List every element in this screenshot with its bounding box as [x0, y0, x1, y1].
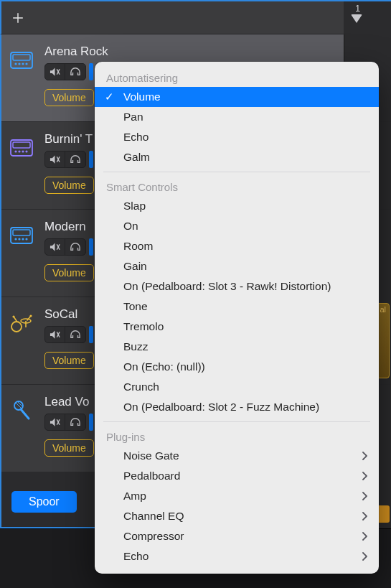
popup-item[interactable]: Gain — [95, 256, 379, 276]
svg-rect-14 — [13, 230, 30, 235]
popup-item[interactable]: Pedalboard — [95, 466, 379, 486]
level-meter — [89, 63, 93, 80]
check-icon: ✓ — [105, 90, 114, 103]
popup-item[interactable]: Crunch — [95, 377, 379, 397]
popup-item[interactable]: Buzz — [95, 337, 379, 357]
popup-item-label: On (Pedalboard: Slot 2 - Fuzz Machine) — [123, 401, 319, 414]
level-meter — [89, 414, 93, 431]
popup-item-label: Echo — [123, 550, 149, 563]
popup-item[interactable]: Echo — [95, 546, 379, 566]
popup-item[interactable]: Pan — [95, 107, 379, 127]
popup-item-label: On (Pedalboard: Slot 3 - Rawk! Distortio… — [123, 280, 331, 293]
track-control-pill — [44, 414, 86, 431]
svg-point-22 — [29, 314, 32, 317]
level-meter — [89, 326, 93, 343]
level-meter — [89, 238, 93, 256]
chevron-right-icon — [362, 552, 367, 561]
solo-button[interactable] — [65, 63, 85, 80]
svg-point-6 — [25, 62, 27, 65]
track-icon-col — [1, 122, 42, 209]
popup-item-label: On (Echo: (null)) — [123, 360, 205, 373]
popup-item-label: Galm — [123, 151, 150, 164]
popup-item-label: Amp — [123, 490, 146, 503]
svg-point-19 — [11, 322, 22, 332]
mute-button[interactable] — [45, 63, 65, 80]
svg-point-4 — [18, 62, 20, 65]
region-label: al — [380, 305, 386, 314]
popup-item[interactable]: ✓Volume — [95, 87, 379, 107]
mute-button[interactable] — [45, 414, 65, 431]
popup-section-label: Smart Controls — [95, 177, 379, 196]
popup-item-label: Compressor — [123, 530, 184, 543]
svg-point-10 — [18, 150, 20, 152]
instrument-icon — [9, 310, 34, 336]
mute-button[interactable] — [45, 326, 65, 343]
solo-button[interactable] — [65, 151, 85, 168]
track-control-pill — [44, 151, 86, 168]
level-meter — [89, 151, 93, 168]
popup-item[interactable]: Room — [95, 236, 379, 256]
popup-item-label: Echo — [123, 131, 149, 144]
popup-item[interactable]: On (Echo: (null)) — [95, 357, 379, 377]
track-icon-col — [1, 210, 42, 297]
popup-item-label: Channel EQ — [123, 510, 184, 523]
instrument-icon — [9, 135, 34, 161]
solo-button[interactable] — [65, 238, 85, 256]
playhead[interactable] — [351, 14, 362, 23]
popup-section-label: Plug-ins — [95, 426, 379, 446]
popup-item-label: Pan — [123, 111, 143, 123]
popup-item[interactable]: Tremolo — [95, 317, 379, 337]
popup-item[interactable]: Amp — [95, 486, 379, 506]
track-control-pill — [44, 238, 86, 256]
ruler[interactable]: 1 — [344, 1, 391, 36]
plus-icon — [11, 11, 24, 24]
popup-item[interactable]: Echo — [95, 127, 379, 147]
popup-item[interactable]: On (Pedalboard: Slot 3 - Rawk! Distortio… — [95, 276, 379, 297]
svg-point-3 — [14, 62, 17, 65]
track-icon-col — [1, 34, 42, 121]
svg-point-15 — [14, 238, 17, 240]
ruler-marker: 1 — [355, 3, 360, 14]
automation-param-button[interactable]: Volume — [44, 264, 94, 281]
mute-button[interactable] — [45, 238, 65, 256]
popup-item-label: Tremolo — [123, 320, 164, 333]
track-name: Arena Rock — [44, 45, 336, 59]
popup-item[interactable]: On (Pedalboard: Slot 2 - Fuzz Machine) — [95, 397, 379, 417]
chevron-right-icon — [362, 472, 367, 480]
add-track-button[interactable] — [10, 10, 26, 26]
popup-item[interactable]: Slap — [95, 196, 379, 216]
automation-popup[interactable]: Automatisering✓VolumePanEchoGalmSmart Co… — [95, 62, 379, 574]
svg-point-16 — [18, 238, 20, 240]
master-track-button[interactable]: Spoor — [11, 491, 77, 513]
popup-item[interactable]: Compressor — [95, 526, 379, 546]
svg-point-17 — [22, 238, 24, 240]
track-icon-col — [1, 385, 42, 472]
popup-item-label: Slap — [123, 200, 146, 213]
solo-button[interactable] — [65, 414, 85, 431]
popup-divider — [103, 421, 370, 422]
popup-item-label: Crunch — [123, 381, 159, 393]
popup-item[interactable]: On — [95, 216, 379, 236]
mute-button[interactable] — [45, 151, 65, 168]
svg-point-12 — [25, 150, 27, 152]
track-control-pill — [44, 63, 86, 80]
popup-item[interactable]: Channel EQ — [95, 506, 379, 526]
popup-item[interactable]: Galm — [95, 147, 379, 167]
popup-item-label: Volume — [123, 90, 161, 103]
solo-button[interactable] — [65, 326, 85, 343]
popup-item-label: Room — [123, 240, 153, 253]
automation-param-button[interactable]: Volume — [44, 439, 94, 457]
instrument-icon — [9, 398, 34, 424]
popup-item[interactable]: Tone — [95, 297, 379, 317]
chevron-right-icon — [362, 512, 367, 521]
automation-param-button[interactable]: Volume — [44, 352, 94, 369]
svg-point-5 — [22, 62, 24, 65]
automation-param-button[interactable]: Volume — [44, 177, 94, 194]
popup-section-label: Automatisering — [95, 67, 379, 87]
automation-param-button[interactable]: Volume — [44, 89, 94, 106]
svg-point-18 — [25, 238, 27, 240]
popup-item[interactable]: Noise Gate — [95, 446, 379, 466]
svg-point-11 — [22, 150, 24, 152]
popup-item-label: On — [123, 220, 138, 233]
svg-point-9 — [14, 150, 17, 152]
